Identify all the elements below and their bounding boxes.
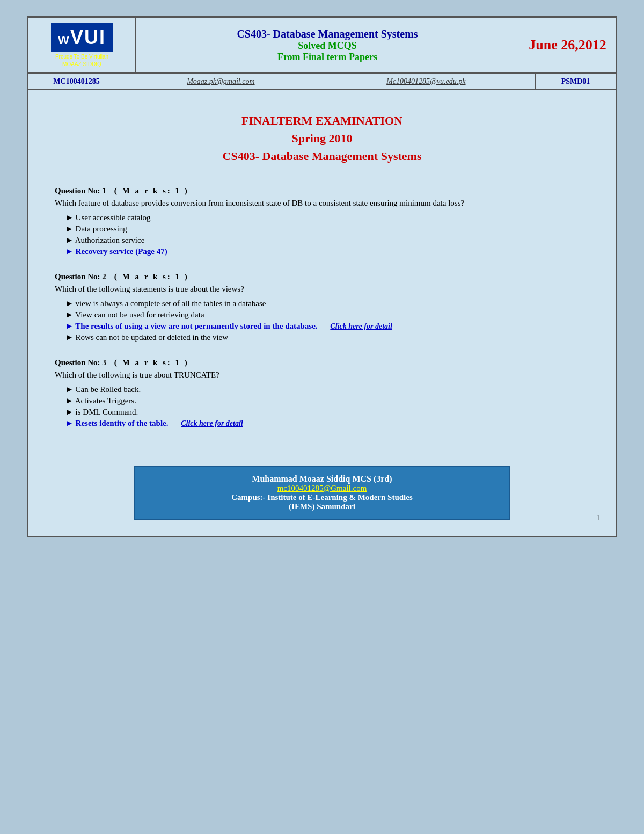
page-number: 1: [596, 514, 600, 523]
header-table: WVUI Proude To Be Virtulian MOAAZ SIDDIQ…: [28, 17, 616, 74]
header-date-cell: June 26,2012: [519, 18, 616, 74]
main-content: FINALTERM EXAMINATION Spring 2010 CS403-…: [28, 90, 616, 455]
footer-email: mc100401285@Gmail.com: [146, 484, 498, 493]
question-2-text: Which of the following statements is tru…: [55, 285, 589, 294]
footer-box: Muhammad Moaaz Siddiq MCS (3rd) mc100401…: [134, 466, 510, 520]
question-1: Question No: 1 ( M a r k s: 1 ) Which fe…: [55, 186, 589, 256]
q1-option-2: Data processing: [65, 224, 589, 234]
q3-option-4-correct: Resets identity of the table. Click here…: [65, 419, 589, 428]
header-date: June 26,2012: [525, 37, 610, 53]
student-id: MC100401285: [28, 74, 125, 90]
exam-title-line1: FINALTERM EXAMINATION: [55, 112, 589, 129]
q1-option-1: User accessible catalog: [65, 213, 589, 222]
exam-title-line2: Spring 2010: [55, 129, 589, 147]
logo-box: WVUI: [51, 23, 113, 52]
info-table: MC100401285 Moaaz.pk@gmail.com Mc1004012…: [28, 74, 616, 90]
header-title-cell: CS403- Database Management Systems Solve…: [136, 18, 519, 74]
question-3-number: Question No: 3: [55, 358, 106, 367]
question-2: Question No: 2 ( M a r k s: 1 ) Which of…: [55, 272, 589, 342]
question-2-header: Question No: 2 ( M a r k s: 1 ): [55, 272, 589, 281]
q3-click-link[interactable]: Click here for detail: [181, 419, 243, 427]
q2-option-3-correct: The results of using a view are not perm…: [65, 322, 589, 331]
logo-cell: WVUI Proude To Be Virtulian MOAAZ SIDDIQ: [28, 18, 136, 74]
footer-campus-line2: (IEMS) Samundari: [146, 502, 498, 511]
question-3-options: Can be Rolled back. Activates Triggers. …: [55, 385, 589, 428]
question-1-marks: ( M a r k s: 1 ): [114, 186, 189, 195]
q2-option-2: View can not be used for retrieving data: [65, 310, 589, 320]
logo-tagline1: Proude To Be Virtulian: [34, 54, 130, 60]
footer-name: Muhammad Moaaz Siddiq MCS (3rd): [146, 474, 498, 484]
q1-option-3: Authorization service: [65, 236, 589, 245]
q3-option-2: Activates Triggers.: [65, 396, 589, 405]
question-2-marks: ( M a r k s: 1 ): [114, 272, 189, 281]
document-wrapper: WVUI Proude To Be Virtulian MOAAZ SIDDIQ…: [27, 16, 617, 537]
question-1-text: Which feature of database provides conve…: [55, 199, 589, 208]
question-1-header: Question No: 1 ( M a r k s: 1 ): [55, 186, 589, 195]
q2-option-4: Rows can not be updated or deleted in th…: [65, 333, 589, 342]
footer-campus-line1: Campus:- Institute of E-Learning & Moder…: [146, 493, 498, 502]
question-3-marks: ( M a r k s: 1 ): [114, 358, 189, 367]
question-1-number: Question No: 1: [55, 186, 106, 195]
logo-text: WVUI: [58, 28, 106, 47]
footer-section: Muhammad Moaaz Siddiq MCS (3rd) mc100401…: [28, 455, 616, 525]
solved-label: Solved MCQS: [147, 40, 508, 52]
psmd: PSMD01: [536, 74, 616, 90]
question-2-number: Question No: 2: [55, 272, 106, 281]
exam-title-line3: CS403- Database Management Systems: [55, 147, 589, 165]
question-3: Question No: 3 ( M a r k s: 1 ) Which of…: [55, 358, 589, 428]
q3-option-1: Can be Rolled back.: [65, 385, 589, 394]
question-1-options: User accessible catalog Data processing …: [55, 213, 589, 256]
logo-tagline2: MOAAZ SIDDIQ: [34, 61, 130, 67]
course-title: CS403- Database Management Systems: [147, 28, 508, 40]
email1: Moaaz.pk@gmail.com: [125, 74, 317, 90]
exam-title-section: FINALTERM EXAMINATION Spring 2010 CS403-…: [55, 112, 589, 165]
email2: Mc100401285@vu.edu.pk: [317, 74, 535, 90]
question-3-text: Which of the following is true about TRU…: [55, 371, 589, 380]
q2-option-1: view is always a complete set of all the…: [65, 299, 589, 308]
q1-option-4-correct: Recovery service (Page 47): [65, 247, 589, 256]
question-2-options: view is always a complete set of all the…: [55, 299, 589, 342]
from-label: From Final term Papers: [147, 52, 508, 63]
question-3-header: Question No: 3 ( M a r k s: 1 ): [55, 358, 589, 367]
q2-click-link[interactable]: Click here for detail: [330, 322, 392, 330]
q3-option-3: is DML Command.: [65, 408, 589, 417]
